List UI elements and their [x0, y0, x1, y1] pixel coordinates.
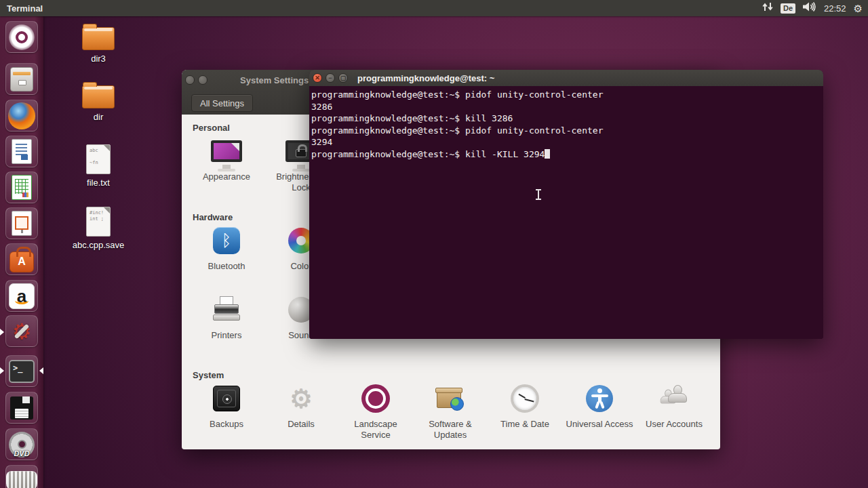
window-minimize-icon[interactable] — [198, 75, 208, 85]
launcher-item-terminal[interactable]: >_ — [5, 355, 38, 387]
keyboard-layout-indicator[interactable]: De — [781, 3, 795, 14]
indicator-tray: De 22:52 ⚙ — [762, 2, 863, 14]
folder-icon — [82, 27, 115, 50]
settings-item-printers[interactable]: Printers — [189, 293, 264, 341]
text-file-icon: #inc! int ; — [86, 207, 111, 237]
settings-window-title: System Settings — [240, 75, 309, 85]
clock-indicator[interactable]: 22:52 — [824, 3, 846, 14]
window-maximize-icon[interactable]: ▢ — [338, 73, 348, 83]
volume-icon[interactable] — [803, 2, 816, 14]
text-file-icon: abc ~fn — [86, 144, 111, 174]
settings-item-backups[interactable]: Backups — [189, 382, 264, 430]
terminal-titlebar[interactable]: ✕ − ▢ programmingknowledge@test: ~ — [309, 70, 823, 86]
desktop-icon-file-txt[interactable]: abc ~fn file.txt — [66, 144, 131, 188]
ubuntu-dash-icon — [9, 24, 35, 50]
file-preview-text: #inc! int ; — [87, 207, 110, 222]
settings-item-bluetooth[interactable]: ᛒ Bluetooth — [189, 224, 264, 272]
file-preview-text: abc ~fn — [87, 145, 110, 166]
backups-safe-icon — [213, 386, 240, 411]
desktop-icon-dir[interactable]: dir — [66, 85, 131, 122]
launcher-item-software-center[interactable]: A — [5, 243, 38, 275]
terminal-window-title: programmingknowledge@test: ~ — [357, 73, 494, 83]
libreoffice-writer-icon — [12, 139, 32, 164]
user-accounts-icon — [658, 382, 690, 415]
launcher-item-files[interactable] — [5, 63, 38, 95]
settings-item-software-updates[interactable]: Software & Updates — [413, 382, 488, 441]
printer-icon — [210, 293, 243, 326]
landscape-service-icon — [361, 384, 390, 413]
libreoffice-impress-icon — [12, 211, 32, 236]
network-updown-icon[interactable] — [762, 2, 773, 14]
launcher-item-amazon[interactable]: a — [5, 280, 38, 312]
running-indicator-arrow — [0, 329, 4, 336]
top-panel: Terminal De 22:52 ⚙ — [0, 0, 868, 16]
desktop-icon-label: file.txt — [87, 178, 110, 188]
software-updates-icon — [434, 382, 467, 415]
time-date-clock-icon — [509, 382, 541, 415]
launcher-item-system-settings[interactable]: ⚙ — [5, 315, 38, 347]
launcher-item-trash[interactable] — [5, 465, 38, 488]
terminal-cursor — [545, 149, 550, 159]
terminal-line: programmingknowledge@test:~$ pidof unity… — [311, 89, 823, 101]
session-gear-icon[interactable]: ⚙ — [854, 3, 863, 14]
launcher-item-impress[interactable] — [5, 207, 38, 239]
launcher-item-dvd[interactable]: DVD — [5, 428, 38, 460]
settings-item-appearance[interactable]: Appearance — [189, 135, 264, 182]
section-heading-personal: Personal — [193, 123, 230, 133]
window-close-icon[interactable] — [185, 75, 195, 85]
desktop-icon-label: dir3 — [91, 54, 106, 64]
settings-item-time-date[interactable]: Time & Date — [488, 382, 562, 430]
settings-item-user-accounts[interactable]: User Accounts — [637, 382, 711, 430]
launcher-item-dash[interactable] — [5, 21, 38, 53]
amazon-icon: a — [9, 283, 35, 309]
terminal-icon: >_ — [9, 360, 35, 383]
trash-icon — [6, 471, 37, 488]
focused-indicator-arrow — [39, 367, 43, 374]
launcher-item-floppy[interactable] — [5, 392, 38, 424]
section-heading-system: System — [193, 370, 224, 380]
window-close-icon[interactable]: ✕ — [313, 73, 322, 83]
terminal-output[interactable]: programmingknowledge@test:~$ pidof unity… — [309, 86, 823, 339]
bluetooth-icon: ᛒ — [213, 227, 240, 254]
folder-icon — [82, 85, 115, 108]
terminal-line: programmingknowledge@test:~$ kill 3286 — [311, 113, 823, 125]
all-settings-button[interactable]: All Settings — [191, 94, 253, 112]
settings-item-landscape[interactable]: Landscape Service — [338, 382, 413, 441]
section-heading-hardware: Hardware — [193, 212, 233, 222]
appearance-monitor-icon — [210, 135, 243, 167]
unity-launcher: A a ⚙ >_ DVD — [0, 16, 43, 488]
desktop-icon-label: dir — [94, 112, 103, 122]
desktop-icon-label: abc.cpp.save — [73, 240, 125, 250]
dvd-icon: DVD — [9, 432, 35, 458]
launcher-item-writer[interactable] — [5, 136, 38, 167]
terminal-window: ✕ − ▢ programmingknowledge@test: ~ progr… — [309, 70, 823, 339]
settings-item-details[interactable]: ⚙ Details — [264, 382, 338, 430]
running-indicator-arrow — [0, 367, 4, 374]
launcher-item-calc[interactable] — [5, 171, 38, 203]
desktop-icon-abc-cpp-save[interactable]: #inc! int ; abc.cpp.save — [66, 207, 131, 250]
terminal-prompt-line: programmingknowledge@test:~$ kill -KILL … — [311, 148, 823, 161]
desktop-icon-dir3[interactable]: dir3 — [66, 27, 131, 64]
window-minimize-icon[interactable]: − — [326, 73, 335, 83]
universal-access-icon — [583, 382, 616, 415]
floppy-disk-icon — [10, 396, 33, 420]
active-app-title: Terminal — [7, 3, 43, 14]
software-center-icon: A — [9, 251, 34, 272]
system-settings-icon: ⚙ — [8, 318, 35, 345]
settings-item-universal-access[interactable]: Universal Access — [562, 382, 637, 430]
details-gear-icon: ⚙ — [290, 386, 313, 411]
firefox-icon — [8, 102, 35, 129]
terminal-line: programmingknowledge@test:~$ pidof unity… — [311, 125, 823, 137]
terminal-line: 3286 — [311, 101, 823, 113]
files-icon — [10, 67, 33, 92]
libreoffice-calc-icon — [12, 175, 32, 200]
launcher-item-firefox[interactable] — [5, 100, 38, 131]
ibeam-mouse-cursor — [535, 189, 542, 200]
terminal-line: 3294 — [311, 136, 823, 148]
